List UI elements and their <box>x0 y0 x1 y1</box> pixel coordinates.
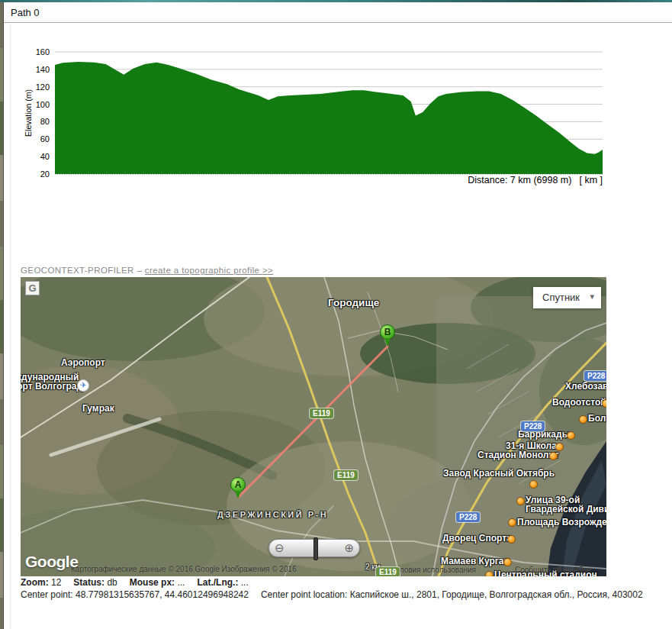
map-label: Завод Красный Октябрь <box>443 468 555 479</box>
svg-text:160: 160 <box>36 47 50 56</box>
map-label: Дворец Спорта <box>442 533 512 544</box>
distance-unit-toggle[interactable]: [ km ] <box>579 175 603 185</box>
map-zoom-control: ⊖ ⊕ <box>268 539 360 557</box>
transit-icon <box>507 535 516 544</box>
map-label: Больница <box>588 413 606 424</box>
svg-text:140: 140 <box>36 65 50 74</box>
road-badge-e119: E119 <box>310 408 333 418</box>
svg-text:60: 60 <box>40 134 50 144</box>
map-label: ДЗЕРЖИНСКИЙ Р-Н <box>217 510 328 519</box>
airplane-icon: ✈ <box>77 379 89 392</box>
transit-icon <box>579 415 587 424</box>
profiler-brand: GEOCONTEXT-PROFILER – <box>21 266 142 275</box>
app-window: Path 0 20406080100120140160Elevation (m)… <box>0 0 672 629</box>
window-title: Path 0 <box>4 2 672 23</box>
map-type-label: Спутник <box>542 287 580 308</box>
map-label: Гумрак <box>82 403 114 414</box>
transit-icon <box>516 497 525 505</box>
transit-icon <box>567 431 575 440</box>
profiler-line: GEOCONTEXT-PROFILER – create a topograph… <box>21 266 273 275</box>
map-label: Гвардейской Дивизии <box>526 504 606 514</box>
map-marker-b[interactable]: B <box>380 324 397 349</box>
transit-icon <box>503 558 512 566</box>
map-label: Мамаев Курган <box>441 556 510 566</box>
elevation-chart-svg: 20406080100120140160Elevation (m) <box>23 42 606 191</box>
map-label: Площадь Возрождения <box>517 517 606 527</box>
google-logo[interactable]: Google <box>25 553 78 571</box>
svg-text:80: 80 <box>40 117 50 126</box>
create-profile-link[interactable]: create a topographic profile >> <box>145 266 273 275</box>
status-line-2: Center point: 48.77981315635767, 44.4601… <box>21 589 655 600</box>
transit-icon <box>555 443 564 451</box>
svg-text:120: 120 <box>36 82 50 92</box>
svg-text:100: 100 <box>36 100 50 109</box>
elevation-chart: 20406080100120140160Elevation (m) <box>23 42 606 191</box>
svg-text:20: 20 <box>40 169 50 179</box>
map-attribution[interactable]: Условия использования <box>391 566 476 574</box>
map-label: Центральный стадион <box>494 569 597 576</box>
map-type-button[interactable]: Спутник ▾ <box>533 287 601 308</box>
zoom-in-button[interactable]: ⊕ <box>314 540 359 556</box>
road-badge-e119: E119 <box>376 567 400 576</box>
map-label: Аэропорт <box>61 357 105 368</box>
svg-text:40: 40 <box>40 152 50 161</box>
transit-icon <box>529 480 538 489</box>
distance-label: Distance: 7 km (6998 m) <box>468 175 571 185</box>
map-attribution[interactable]: Картографические данные © 2016 Google Из… <box>71 565 297 573</box>
map-label: Водоотстой <box>552 397 606 408</box>
distance-readout: Distance: 7 km (6998 m)[ km ] <box>468 175 603 185</box>
map-label: Стадион Монолит <box>477 450 559 460</box>
svg-text:Elevation (m): Elevation (m) <box>24 89 33 137</box>
panel-inner-edge <box>10 24 11 629</box>
road-badge-e119: E119 <box>334 470 358 480</box>
map[interactable]: Картографические данные © 2016 Google Из… <box>21 277 606 576</box>
map-logo-badge: G <box>25 281 40 295</box>
zoom-out-button[interactable]: ⊖ <box>269 540 314 556</box>
map-label: Хлебозавод <box>565 381 606 392</box>
road-badge-p228: P228 <box>456 512 480 522</box>
map-label: аэропорт Волгоград <box>21 381 82 392</box>
transit-icon <box>602 399 606 408</box>
map-label: Городище <box>328 297 379 308</box>
road-badge-p228: P228 <box>521 421 545 431</box>
transit-icon <box>508 518 516 527</box>
road-badge-p228: P228 <box>584 371 606 381</box>
status-line-1: Zoom: 12Status: dbMouse px: ...Lat./Lng.… <box>21 577 261 588</box>
transit-icon <box>549 452 558 460</box>
chevron-down-icon: ▾ <box>590 292 594 302</box>
map-overlays: Картографические данные © 2016 Google Из… <box>21 277 606 576</box>
transit-icon <box>485 571 494 576</box>
background-map-sliver <box>0 2 4 629</box>
map-marker-a[interactable]: A <box>230 477 247 502</box>
